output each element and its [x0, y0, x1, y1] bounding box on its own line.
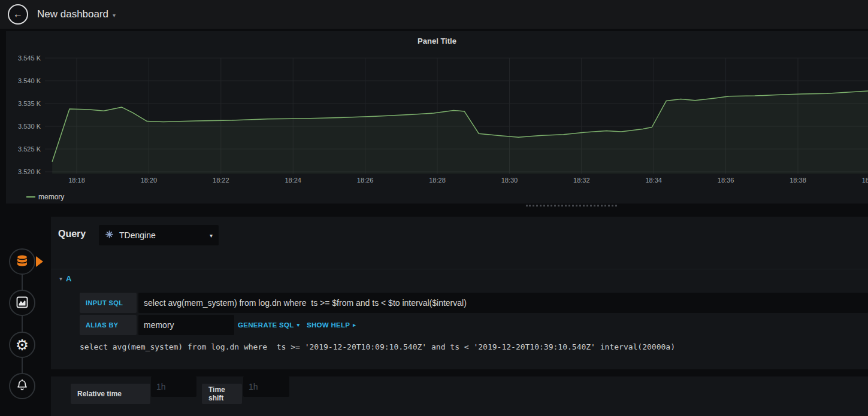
caret-down-icon: ▾ — [297, 322, 300, 328]
chevron-down-icon: ▾ — [210, 232, 213, 239]
svg-text:18:32: 18:32 — [573, 177, 590, 184]
panel-title[interactable]: Panel Title — [6, 37, 868, 45]
svg-text:18:38: 18:38 — [790, 177, 806, 184]
time-options-panel: Relative time Time shift — [51, 376, 868, 416]
svg-text:18:22: 18:22 — [213, 177, 229, 184]
legend-item-memory[interactable]: memory — [26, 193, 64, 201]
sidebar-tab-queries[interactable] — [9, 248, 35, 275]
database-icon — [15, 254, 29, 270]
alias-by-label: ALIAS BY — [80, 315, 137, 335]
query-section-title: Query — [58, 229, 86, 239]
time-shift-label: Time shift — [202, 384, 242, 404]
svg-text:3.530 K: 3.530 K — [18, 123, 41, 130]
sidebar-rail-line — [22, 262, 23, 386]
svg-text:3.520 K: 3.520 K — [18, 168, 41, 175]
relative-time-input[interactable] — [151, 376, 196, 397]
input-sql-field[interactable] — [138, 293, 868, 313]
collapse-caret-icon: ▾ — [59, 275, 62, 282]
svg-text:18:36: 18:36 — [718, 177, 734, 184]
time-shift-input[interactable] — [243, 376, 289, 397]
svg-text:18:18: 18:18 — [68, 177, 85, 184]
chart-icon — [15, 295, 29, 311]
sidebar-tab-visualization[interactable] — [9, 290, 35, 316]
chevron-down-icon: ▾ — [113, 12, 116, 19]
show-help-button[interactable]: SHOW HELP ▸ — [307, 315, 356, 335]
gear-icon: ⚙ — [16, 338, 29, 353]
dashboard-title: New dashboard — [37, 8, 108, 20]
generate-sql-button[interactable]: GENERATE SQL ▾ — [238, 315, 300, 335]
input-sql-label: INPUT SQL — [80, 293, 137, 313]
svg-text:3.540 K: 3.540 K — [18, 77, 41, 84]
input-sql-row: INPUT SQL — [80, 293, 868, 313]
alias-by-field[interactable] — [138, 315, 234, 335]
show-help-label: SHOW HELP — [307, 321, 350, 329]
svg-text:3.545 K: 3.545 K — [18, 54, 41, 62]
graph-panel: Panel Title 3.545 K3.540 K3.535 K3.530 K… — [6, 31, 868, 204]
svg-text:18:20: 18:20 — [141, 177, 158, 184]
header-divider — [51, 269, 868, 269]
svg-text:18:26: 18:26 — [357, 177, 374, 184]
svg-text:18:30: 18:30 — [501, 177, 518, 184]
svg-text:18:34: 18:34 — [645, 177, 662, 184]
caret-right-icon: ▸ — [353, 322, 356, 328]
legend-series-color — [26, 196, 35, 198]
datasource-name: TDengine — [119, 230, 210, 240]
alias-row: ALIAS BY GENERATE SQL ▾ SHOW HELP ▸ — [80, 315, 868, 335]
timeseries-chart[interactable]: 3.545 K3.540 K3.535 K3.530 K3.525 K3.520… — [6, 49, 868, 193]
query-ref-id: A — [66, 274, 71, 283]
datasource-picker[interactable]: TDengine ▾ — [99, 225, 219, 245]
top-navbar: ← New dashboard ▾ — [0, 0, 868, 29]
dashboard-title-dropdown[interactable]: New dashboard ▾ — [37, 0, 116, 29]
svg-text:18:28: 18:28 — [429, 177, 446, 184]
generated-sql-preview: select avg(mem_system) from log.dn where… — [80, 342, 858, 351]
bell-icon — [15, 378, 29, 394]
relative-time-label: Relative time — [71, 384, 150, 404]
query-ref-collapse[interactable]: ▾ A — [59, 274, 71, 283]
svg-text:3.525 K: 3.525 K — [18, 145, 41, 153]
sidebar-tab-general[interactable]: ⚙ — [9, 332, 35, 358]
query-editor-panel: Query TDengine ▾ ▾ A INPUT SQL ALIAS BY … — [51, 217, 868, 369]
generate-sql-label: GENERATE SQL — [238, 321, 294, 329]
sidebar-tab-alert[interactable] — [9, 373, 35, 399]
svg-text:3.535 K: 3.535 K — [18, 100, 41, 107]
back-button[interactable]: ← — [8, 4, 28, 25]
legend-series-label: memory — [38, 193, 64, 201]
panel-resize-handle[interactable] — [526, 205, 617, 207]
svg-text:18:24: 18:24 — [285, 177, 301, 184]
tdengine-logo-icon — [105, 230, 114, 241]
active-tab-arrow-icon — [36, 256, 43, 267]
back-arrow-icon: ← — [13, 9, 23, 20]
svg-text:18:40: 18:40 — [862, 177, 868, 184]
